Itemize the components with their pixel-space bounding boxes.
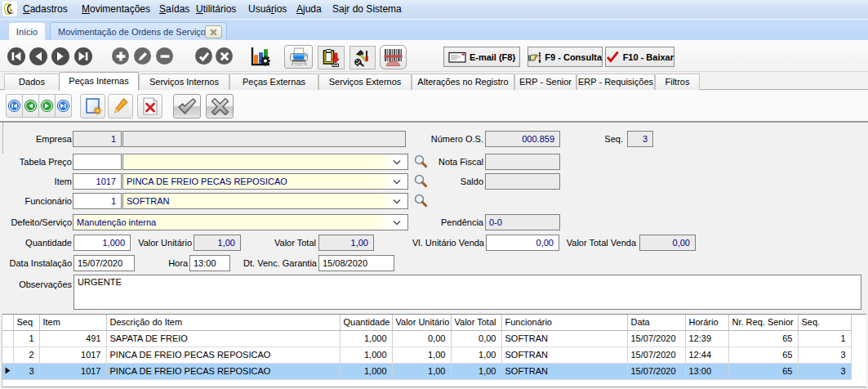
tab-close-icon[interactable]: [205, 25, 222, 38]
empresa-name-field[interactable]: [122, 131, 406, 147]
cell-horario[interactable]: 12:44: [685, 347, 728, 363]
email-button[interactable]: E-mail (F8): [443, 47, 520, 67]
cell-funcionario[interactable]: SOFTRAN: [501, 347, 627, 363]
edit-record-button[interactable]: [134, 47, 151, 65]
cell-valor-unitario[interactable]: 0,00: [392, 330, 451, 347]
chart-button[interactable]: [250, 46, 271, 67]
cell-data[interactable]: 15/07/2020: [627, 347, 685, 363]
cell-seq2[interactable]: 1: [798, 330, 851, 347]
empresa-code-field[interactable]: 1: [73, 131, 122, 147]
valor-total-field[interactable]: 1,00: [318, 235, 374, 251]
tab-pecas-internas[interactable]: Peças Internas: [59, 72, 139, 91]
tab-inicio[interactable]: Início: [8, 22, 46, 41]
cell-valor-total[interactable]: 1,00: [451, 347, 501, 363]
prev-record-button[interactable]: [29, 47, 47, 65]
col-seq[interactable]: Seq: [13, 315, 39, 330]
nota-fiscal-field[interactable]: [485, 154, 560, 170]
cell-item[interactable]: 491: [39, 330, 106, 347]
cell-nr-req-senior[interactable]: 65: [728, 347, 798, 363]
funcionario-code-field[interactable]: 1: [73, 193, 122, 209]
grid-cancel-button[interactable]: [206, 94, 234, 118]
item-combo[interactable]: PINCA DE FREIO PECAS REPOSICAO: [122, 173, 408, 190]
confirm-button[interactable]: [195, 47, 212, 65]
cell-seq[interactable]: 2: [13, 347, 39, 363]
delete-record-button[interactable]: [156, 47, 173, 65]
cell-nr-req-senior[interactable]: 65: [728, 363, 798, 379]
cell-item[interactable]: 1017: [39, 363, 106, 379]
col-horario[interactable]: Horário: [685, 315, 728, 330]
menu-cadastros[interactable]: Cadastros: [23, 0, 68, 19]
next-record-button[interactable]: [51, 47, 69, 65]
menu-sair-do-sistema[interactable]: Sair do Sistema: [332, 0, 402, 19]
tab-servicos-externos[interactable]: Serviços Externos: [318, 74, 412, 90]
seq-field[interactable]: 3: [627, 131, 653, 147]
col-funcionario[interactable]: Funcionário: [501, 315, 627, 330]
first-record-button[interactable]: [7, 47, 25, 65]
menu-saidas[interactable]: Saídas: [159, 0, 189, 19]
col-valor-unitario[interactable]: Valor Unitário: [392, 315, 451, 330]
col-item[interactable]: Item: [39, 315, 106, 330]
cell-data[interactable]: 15/07/2020: [627, 330, 685, 347]
cell-descricao[interactable]: PINCA DE FREIO PECAS REPOSICAO: [106, 363, 340, 379]
f10-baixar-button[interactable]: F10 - Baixar: [605, 47, 674, 67]
cell-horario[interactable]: 13:00: [685, 363, 728, 379]
cell-seq2[interactable]: 3: [798, 363, 851, 379]
cell-funcionario[interactable]: SOFTRAN: [501, 330, 627, 347]
cell-data[interactable]: 15/07/2020: [627, 363, 685, 379]
grid-first-button[interactable]: [6, 94, 23, 118]
cell-valor-total[interactable]: 1,00: [451, 363, 501, 379]
item-code-field[interactable]: 1017: [73, 173, 122, 190]
col-descricao[interactable]: Descrição do Item: [106, 315, 340, 330]
last-record-button[interactable]: [74, 47, 92, 65]
cell-horario[interactable]: 12:39: [685, 330, 728, 347]
menu-utilitarios[interactable]: Utilitários: [196, 0, 236, 19]
cell-quantidade[interactable]: 1,000: [340, 330, 392, 347]
menu-movimentacoes[interactable]: Movimentações: [82, 0, 150, 19]
cell-descricao[interactable]: PINCA DE FREIO PECAS REPOSICAO: [106, 347, 340, 363]
cell-nr-req-senior[interactable]: 65: [728, 330, 798, 347]
cell-seq[interactable]: 1: [13, 330, 39, 347]
cell-quantidade[interactable]: 1,000: [340, 363, 392, 379]
col-seq2[interactable]: Seq.: [798, 315, 851, 330]
cell-funcionario[interactable]: SOFTRAN: [501, 363, 627, 379]
tab-movimentacao-os[interactable]: Movimentação de Ordens de Serviço: [50, 22, 227, 41]
tabela-preco-combo[interactable]: [122, 154, 408, 170]
f9-consulta-button[interactable]: F9 - Consulta: [527, 47, 603, 67]
print-button[interactable]: [284, 45, 313, 69]
grid-last-button[interactable]: [55, 94, 72, 118]
defeito-servico-combo[interactable]: Manutenção interna: [73, 214, 408, 230]
grid-next-button[interactable]: [38, 94, 56, 118]
col-valor-total[interactable]: Valor Total: [451, 315, 501, 330]
cell-valor-total[interactable]: 0,00: [451, 330, 501, 347]
tabela-preco-code-field[interactable]: [73, 154, 122, 170]
saldo-field[interactable]: [485, 173, 560, 190]
tools-button[interactable]: [349, 46, 376, 69]
cell-seq[interactable]: 3: [13, 363, 39, 379]
add-record-button[interactable]: [112, 47, 129, 65]
grid-delete-button[interactable]: [137, 94, 162, 118]
cell-seq2[interactable]: 3: [798, 347, 851, 363]
col-nr-req-senior[interactable]: Nr. Req. Senior: [728, 315, 798, 330]
grid-prev-button[interactable]: [22, 94, 39, 118]
cell-valor-unitario[interactable]: 1,00: [392, 363, 451, 379]
observacoes-field[interactable]: URGENTE: [73, 275, 861, 310]
tab-dados[interactable]: Dados: [4, 74, 60, 90]
export-report-button[interactable]: [318, 46, 345, 69]
pendencia-field[interactable]: 0-0: [485, 214, 560, 230]
dt-venc-garantia-field[interactable]: 15/08/2020: [318, 255, 394, 271]
tab-alteracoes-no-registro[interactable]: Alterações no Registro: [412, 74, 514, 90]
barcode-button[interactable]: [380, 45, 407, 69]
funcionario-combo[interactable]: SOFTRAN: [122, 193, 408, 209]
col-data[interactable]: Data: [627, 315, 685, 330]
grid-row-1[interactable]: 1 491 SAPATA DE FREIO 1,000 0,00 0,00 SO…: [2, 330, 851, 347]
cell-item[interactable]: 1017: [39, 347, 106, 363]
cancel-button[interactable]: [216, 47, 233, 65]
grid-row-3-selected[interactable]: 3 1017 PINCA DE FREIO PECAS REPOSICAO 1,…: [2, 363, 851, 379]
tab-filtros[interactable]: Filtros: [655, 74, 700, 90]
cell-quantidade[interactable]: 1,000: [340, 347, 392, 363]
menu-ajuda[interactable]: Ajuda: [296, 0, 322, 19]
valor-total-venda-field[interactable]: 0,00: [639, 235, 696, 251]
grid-insert-button[interactable]: [80, 94, 105, 118]
col-quantidade[interactable]: Quantidade: [340, 315, 392, 330]
tab-servicos-internos[interactable]: Serviços Internos: [139, 74, 229, 90]
